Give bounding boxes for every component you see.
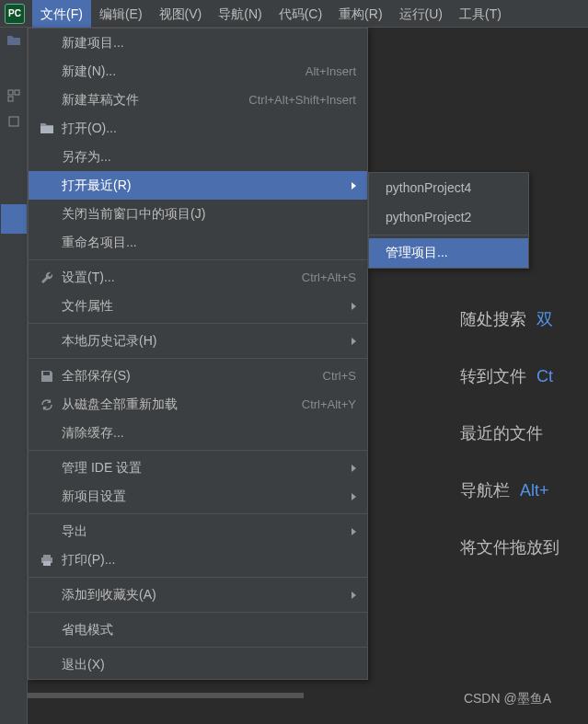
menu-label: 打印(P)... [58,552,356,569]
submenu-item[interactable]: 管理项目... [369,238,528,268]
tip-search: 随处搜索 双 [460,308,588,330]
menu-item[interactable]: 打开最近(R) [29,171,367,200]
svg-rect-0 [8,90,13,95]
tip-navbar: 导航栏 Alt+ [460,479,588,501]
submenu-arrow-icon [352,528,356,535]
menu-item[interactable]: 管理 IDE 设置 [29,454,367,482]
menu-refactor[interactable]: 重构(R) [330,0,390,28]
bookmarks-icon[interactable] [0,109,28,134]
menu-item[interactable]: 本地历史记录(H) [29,327,367,355]
menu-item[interactable]: 省电模式 [29,615,367,644]
save-icon [36,370,58,383]
project-folder-icon[interactable] [0,28,28,53]
menu-label: 文件属性 [58,298,344,315]
separator [29,513,367,514]
menu-view[interactable]: 视图(V) [151,0,211,28]
welcome-tips: 随处搜索 双 转到文件 Ct 最近的文件 导航栏 Alt+ 将文件拖放到 [460,308,588,593]
svg-rect-3 [9,117,18,126]
menu-item[interactable]: 打印(P)... [29,546,367,574]
menu-label: 另存为... [58,149,356,166]
submenu-arrow-icon [352,338,356,345]
menu-item[interactable]: 打开(O)... [29,114,367,143]
tip-recent: 最近的文件 [460,422,588,444]
menu-item[interactable]: 设置(T)...Ctrl+Alt+S [29,263,367,292]
svg-rect-1 [15,90,19,95]
submenu-item[interactable]: pythonProject4 [369,173,528,202]
menu-label: 省电模式 [58,622,356,638]
menu-navigate[interactable]: 导航(N) [210,0,270,28]
menu-item[interactable]: 退出(X) [29,650,367,679]
menu-label: 本地历史记录(H) [58,333,344,350]
print-icon [36,554,58,567]
menu-item[interactable]: 新项目设置 [29,482,367,511]
menu-item[interactable]: 新建草稿文件Ctrl+Alt+Shift+Insert [29,86,367,114]
menu-item[interactable]: 文件属性 [29,292,367,320]
menu-item[interactable]: 新建(N)...Alt+Insert [29,57,367,86]
menu-run[interactable]: 运行(U) [391,0,451,28]
submenu-arrow-icon [352,303,356,310]
menu-file[interactable]: 文件(F) [32,0,91,28]
active-tab-marker [1,204,27,234]
menu-label: 重命名项目... [58,235,356,251]
menu-item[interactable]: 从磁盘全部重新加载Ctrl+Alt+Y [29,390,367,419]
status-bar [28,693,304,698]
svg-rect-4 [43,555,51,557]
submenu-arrow-icon [352,493,356,500]
menu-item[interactable]: 清除缓存... [29,419,367,447]
shortcut: Ctrl+Alt+S [302,270,356,284]
menu-item[interactable]: 全部保存(S)Ctrl+S [29,362,367,390]
menu-label: 新建(N)... [58,63,306,80]
menu-label: 添加到收藏夹(A) [58,587,344,603]
menu-label: 导出 [58,523,344,540]
separator [29,577,367,578]
menu-item[interactable]: 添加到收藏夹(A) [29,580,367,609]
menu-label: 打开最近(R) [58,178,344,194]
menu-label: 设置(T)... [58,270,302,286]
svg-rect-2 [8,97,13,101]
wrench-icon [36,271,58,284]
menu-tools[interactable]: 工具(T) [451,0,510,28]
shortcut: Alt+Insert [306,64,356,78]
reload-icon [36,398,58,411]
open-recent-submenu: pythonProject4pythonProject2管理项目... [368,172,529,269]
menu-item[interactable]: 新建项目... [29,29,367,57]
menu-label: 关闭当前窗口中的项目(J) [58,206,356,223]
menu-edit[interactable]: 编辑(E) [91,0,151,28]
submenu-arrow-icon [352,465,356,472]
separator [29,358,367,359]
menu-item[interactable]: 关闭当前窗口中的项目(J) [29,200,367,228]
menu-label: 新建项目... [58,35,356,52]
separator [29,450,367,451]
menu-label: 全部保存(S) [58,368,323,385]
tip-drop: 将文件拖放到 [460,536,588,558]
separator [369,235,528,236]
menu-label: 新建草稿文件 [58,92,248,109]
menu-item[interactable]: 另存为... [29,143,367,171]
svg-rect-6 [43,561,51,566]
watermark: CSDN @墨鱼A [464,691,551,707]
separator [29,647,367,648]
submenu-arrow-icon [352,592,356,599]
structure-icon[interactable] [0,83,28,109]
menu-item[interactable]: 重命名项目... [29,228,367,257]
menu-code[interactable]: 代码(C) [271,0,330,28]
menu-label: 新项目设置 [58,488,344,505]
menu-item[interactable]: 导出 [29,517,367,546]
separator [29,612,367,613]
shortcut: Ctrl+Alt+Y [302,397,356,411]
file-dropdown-menu: 新建项目...新建(N)...Alt+Insert新建草稿文件Ctrl+Alt+… [28,28,368,680]
submenu-arrow-icon [352,182,356,190]
menu-label: 打开(O)... [58,121,356,137]
menu-label: 退出(X) [58,657,356,673]
left-gutter [0,28,28,724]
menu-label: 从磁盘全部重新加载 [58,396,302,413]
submenu-item[interactable]: pythonProject2 [369,202,528,232]
shortcut: Ctrl+Alt+Shift+Insert [248,93,356,107]
app-logo: PC [5,4,25,24]
menu-label: 清除缓存... [58,425,356,442]
menu-label: 管理 IDE 设置 [58,460,344,477]
tip-goto-file: 转到文件 Ct [460,365,588,387]
separator [29,259,367,260]
menubar: PC 文件(F) 编辑(E) 视图(V) 导航(N) 代码(C) 重构(R) 运… [0,0,588,28]
shortcut: Ctrl+S [323,369,356,383]
